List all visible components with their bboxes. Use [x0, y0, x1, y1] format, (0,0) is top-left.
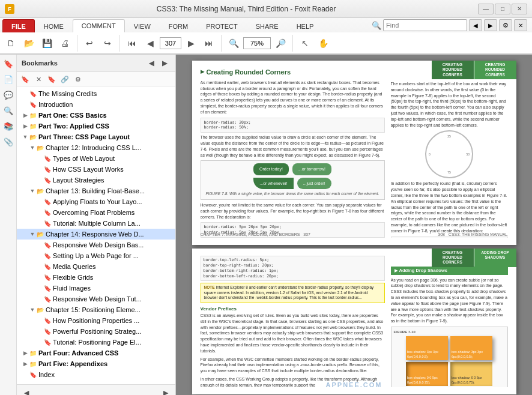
vendor-heading: Vendor Prefixes: [201, 306, 385, 313]
hand-tool-button[interactable]: ✋: [315, 35, 331, 52]
bookmark-icon: 🔖: [43, 219, 52, 228]
tree-item-how-positioning[interactable]: 🔖 How Positioning Properties ...: [17, 315, 175, 326]
tree-item-resp-basics[interactable]: 🔖 Responsive Web Design Bas...: [17, 240, 175, 250]
tab-protect[interactable]: PROTECT: [197, 19, 247, 32]
bookmark-icon: 🔖: [43, 284, 52, 292]
tree-label: Chapter 14: Responsive Web D...: [46, 231, 144, 238]
tree-item-flexible-grids[interactable]: 🔖 Flexible Grids: [17, 272, 175, 283]
tree-label: Layout Strategies: [53, 176, 104, 184]
tab-file[interactable]: FILE: [2, 19, 35, 32]
tree-item-setting-up[interactable]: 🔖 Setting Up a Web Page for ...: [17, 250, 175, 261]
zoom-out-button[interactable]: 🔍: [225, 35, 242, 52]
undo-button[interactable]: ↩: [81, 35, 98, 52]
bookmark-link-button[interactable]: 🔗: [59, 73, 71, 85]
sidebar-icon-attachments[interactable]: 📎: [2, 135, 15, 148]
folder-icon: 📁: [29, 360, 37, 368]
page-left: Creating Rounded Corners As mentioned ea…: [201, 68, 385, 238]
drop-shadow-text: As you read on page 306, you can create …: [391, 277, 508, 324]
title-bar: F CSS3: The Missing Manual, Third Editio…: [0, 0, 532, 18]
maximize-button[interactable]: □: [495, 4, 510, 14]
pdf-page-2: CREATINGROUNDEDCORNERS ADDING DROPSHADOW…: [192, 249, 516, 394]
tab-comment[interactable]: COMMENT: [73, 19, 125, 32]
tree-item-part4[interactable]: ▶ 📁 Part Four: Advanced CSS: [17, 348, 175, 358]
redo-button[interactable]: ↪: [99, 35, 116, 52]
save-button[interactable]: 💾: [38, 35, 55, 52]
content-area[interactable]: CREATINGROUNDEDCORNERS CREATINGROUNDEDCO…: [176, 55, 532, 395]
panel-expand-button[interactable]: ◀: [145, 57, 157, 69]
tree-item-ch12[interactable]: ▼ 📂 Chapter 12: Introducing CSS L...: [17, 142, 175, 153]
bookmark-settings-button[interactable]: ⚙: [72, 73, 84, 85]
close-button[interactable]: ✕: [512, 4, 527, 14]
bookmark-delete-button[interactable]: ✕: [32, 73, 44, 85]
new-button[interactable]: 🗋: [2, 35, 19, 52]
prev-page-button[interactable]: ◀: [142, 35, 159, 52]
open-button[interactable]: 📂: [20, 35, 37, 52]
tab-share[interactable]: SHARE: [247, 19, 288, 32]
tree-item-applying-floats[interactable]: 🔖 Applying Floats to Your Layo...: [17, 196, 175, 207]
tree-item-fluid-images[interactable]: 🔖 Fluid Images: [17, 283, 175, 294]
tab-view[interactable]: VIEW: [125, 19, 160, 32]
page-number-input[interactable]: [160, 37, 181, 49]
tree-item-part1[interactable]: ▶ 📁 Part One: CSS Basics: [17, 110, 175, 121]
panel-arrow-button[interactable]: ▶: [159, 57, 171, 69]
bookmark-icon: 🔖: [43, 295, 52, 303]
print-button[interactable]: 🖨: [56, 35, 73, 52]
panel-next-button[interactable]: ▶: [160, 387, 172, 395]
sidebar-icon-annotations[interactable]: 💬: [2, 88, 15, 101]
find-input[interactable]: [383, 19, 467, 31]
bookmark-add-button[interactable]: 🔖: [19, 73, 31, 85]
tree-item-types-layout[interactable]: 🔖 Types of Web Layout: [17, 153, 175, 164]
zoom-input[interactable]: [243, 37, 271, 49]
find-close-button[interactable]: ✕: [514, 19, 527, 31]
file-toolbar-group: 🗋 📂 💾 🖨: [2, 35, 77, 52]
tree-item-part2[interactable]: ▶ 📁 Part Two: Applied CSS: [17, 121, 175, 131]
page-header-boxes: CREATINGROUNDEDCORNERS CREATINGROUNDEDCO…: [432, 61, 516, 79]
tree-item-layout-strat[interactable]: 🔖 Layout Strategies: [17, 175, 175, 185]
figure-caption: FIGURE 7-8. With a single value, the bro…: [204, 191, 382, 197]
find-prev-button[interactable]: ◀: [469, 19, 482, 31]
tree-label: Fluid Images: [53, 285, 91, 292]
tab-form[interactable]: FORM: [160, 19, 197, 32]
tree-item-resp-tutorial[interactable]: 🔖 Responsive Web Design Tut...: [17, 294, 175, 304]
sidebar-icon-bookmarks[interactable]: 🔖: [2, 57, 15, 70]
tree-item-powerful-pos[interactable]: 🔖 Powerful Positioning Strateg...: [17, 326, 175, 337]
find-next-button[interactable]: ▶: [484, 19, 497, 31]
first-page-button[interactable]: ⏮: [124, 35, 141, 52]
tree-item-index[interactable]: 🔖 Index: [17, 369, 175, 380]
tree-item-ch13[interactable]: ▼ 📂 Chapter 13: Building Float-Base...: [17, 185, 175, 196]
folder-icon: 📁: [29, 349, 37, 357]
bookmark-options-button[interactable]: 🔖: [46, 73, 58, 85]
panel-prev-button[interactable]: ◀: [20, 387, 32, 395]
sidebar-icon-search[interactable]: 🔍: [2, 104, 15, 117]
tree-item-part3[interactable]: ▼ 📂 Part Three: CSS Page Layout: [17, 131, 175, 142]
next-page-button[interactable]: ▶: [183, 35, 199, 52]
last-page-button[interactable]: ⏭: [201, 35, 217, 52]
tab-help[interactable]: HELP: [288, 19, 323, 32]
tree-item-tutorial-pos[interactable]: 🔖 Tutorial: Positioning Page El...: [17, 337, 175, 348]
tree-label: Overcoming Float Problems: [53, 209, 135, 216]
tree-item-tutorial-multi[interactable]: 🔖 Tutorial: Multiple Column La...: [17, 218, 175, 229]
tree-item-ch14[interactable]: ▼ 📂 Chapter 14: Responsive Web D...: [17, 229, 175, 240]
bookmark-icon: 🔖: [43, 176, 52, 184]
tree-label: Part Five: Appendixes: [38, 360, 107, 367]
tab-home[interactable]: HOME: [35, 19, 73, 32]
sidebar-icon-pages[interactable]: 📄: [2, 73, 15, 86]
tree-label: How Positioning Properties ...: [53, 317, 139, 324]
tree-item-media-queries[interactable]: 🔖 Media Queries: [17, 261, 175, 272]
minimize-button[interactable]: —: [478, 4, 494, 14]
tree-item-how-css[interactable]: 🔖 How CSS Layout Works: [17, 164, 175, 175]
tree-item-missing-credits[interactable]: 🔖 The Missing Credits: [17, 88, 175, 99]
tree-label: Tutorial: Multiple Column La...: [53, 220, 141, 227]
body-text-3: However, you're not limited to the same …: [201, 202, 385, 220]
select-tool-button[interactable]: ↖: [297, 35, 313, 52]
tree-item-part5[interactable]: ▶ 📁 Part Five: Appendixes: [17, 358, 175, 369]
sidebar-icon-layers[interactable]: 📚: [2, 119, 15, 133]
tree-item-ch15[interactable]: ▼ 📂 Chapter 15: Positioning Eleme...: [17, 304, 175, 315]
tree-item-introduction[interactable]: 🔖 Introduction: [17, 99, 175, 110]
vendor-text-2: For example, when the W3C committee memb…: [201, 357, 385, 374]
bookmark-icon: 🔖: [29, 370, 37, 379]
tree-item-overcoming-float[interactable]: 🔖 Overcoming Float Problems: [17, 207, 175, 218]
zoom-in-button[interactable]: 🔎: [272, 35, 289, 52]
find-settings-button[interactable]: ⚙: [499, 19, 512, 31]
tree-label: Part Two: Applied CSS: [38, 122, 109, 130]
